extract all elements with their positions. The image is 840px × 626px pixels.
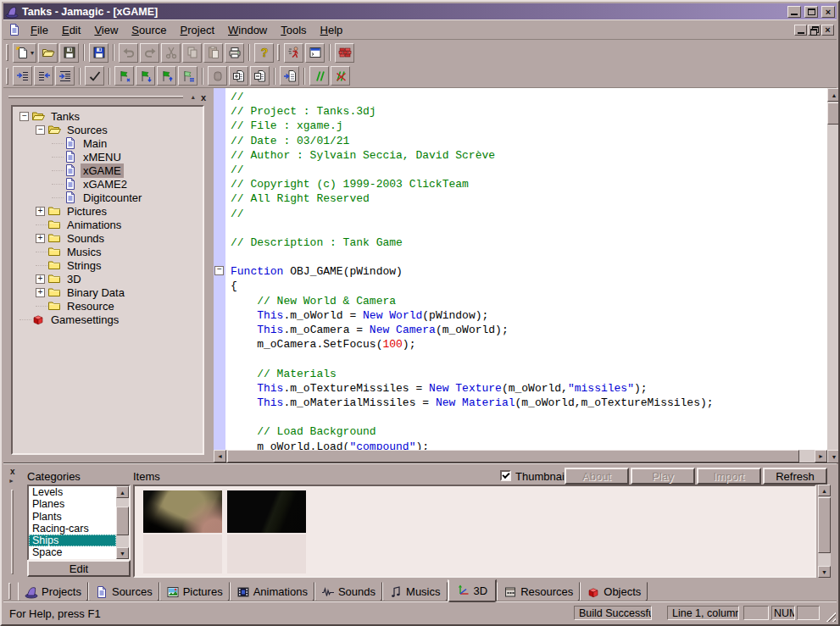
code-line[interactable]: This.m_oCamera = New Camera(m_oWorld);: [214, 323, 827, 337]
scroll-left-icon[interactable]: ◄: [214, 450, 226, 463]
code-line[interactable]: m_oWorld.Load("compound");: [214, 440, 827, 451]
tree-item-gamesettings[interactable]: Gamesettings: [13, 313, 203, 326]
build-button[interactable]: [335, 43, 354, 63]
expand-box-icon[interactable]: +: [36, 288, 45, 297]
menu-project[interactable]: Project: [174, 20, 221, 40]
menu-window[interactable]: Window: [221, 20, 274, 40]
save-all-button[interactable]: [89, 43, 108, 63]
code-line[interactable]: [214, 250, 827, 264]
code-line[interactable]: // Description : Tank Game: [214, 235, 827, 250]
menu-tools[interactable]: Tools: [274, 20, 313, 40]
tab-objects[interactable]: Objects: [580, 582, 648, 601]
item-slot-2[interactable]: [227, 535, 306, 573]
tree-item-binary-data[interactable]: +Binary Data: [13, 285, 203, 299]
scroll-right-icon[interactable]: ►: [815, 450, 827, 463]
collapse-box-icon[interactable]: −: [36, 125, 45, 135]
tree-item-digitcounter[interactable]: Digitcounter: [13, 191, 203, 204]
tab-sounds[interactable]: Sounds: [314, 582, 382, 601]
minimize-button[interactable]: [787, 6, 801, 18]
categories-scrollbar[interactable]: ▲ ▼: [116, 486, 129, 559]
console-button[interactable]: [305, 43, 325, 63]
tab-animations[interactable]: Animations: [230, 582, 314, 601]
code-line[interactable]: //: [214, 163, 827, 177]
indent-button[interactable]: [13, 66, 32, 86]
bookmark-toggle-button[interactable]: [114, 66, 134, 86]
app-hat-icon[interactable]: [5, 5, 19, 19]
menu-file[interactable]: File: [24, 20, 55, 40]
syntax-check-button[interactable]: [85, 66, 104, 86]
category-ships[interactable]: Ships: [29, 535, 116, 546]
code-line[interactable]: [214, 410, 827, 424]
collapse-box-icon[interactable]: −: [19, 112, 29, 121]
fold-collapse-icon[interactable]: −: [214, 266, 224, 275]
editor-hscroll-thumb[interactable]: [227, 450, 799, 463]
code-line[interactable]: {: [214, 279, 827, 293]
category-levels[interactable]: Levels: [29, 486, 116, 498]
toolbar-grip[interactable]: [6, 44, 8, 61]
code-line[interactable]: [214, 352, 827, 366]
tree-item-xgame2[interactable]: xGAME2: [13, 177, 203, 191]
redo-button[interactable]: [140, 43, 159, 63]
code-line[interactable]: // All Right Reserved: [214, 191, 827, 206]
item-slot-1[interactable]: [143, 535, 222, 573]
category-plants[interactable]: Plants: [29, 511, 116, 523]
scroll-up-icon[interactable]: ▲: [827, 88, 840, 102]
workspace-close-button[interactable]: x: [198, 93, 209, 102]
outdent-button[interactable]: [34, 66, 53, 86]
code-line[interactable]: Function OBJ_GAME(pWindow): [214, 264, 827, 279]
tree-item-main[interactable]: Main: [13, 136, 203, 150]
thumbnails-checkbox[interactable]: [500, 470, 511, 481]
panel-expand-arrow-icon[interactable]: ►: [8, 478, 14, 484]
mdi-restore-button[interactable]: [808, 25, 821, 36]
tab-pictures[interactable]: Pictures: [159, 582, 230, 601]
code-line[interactable]: // File : xgame.j: [214, 119, 827, 133]
expand-box-icon[interactable]: +: [36, 234, 45, 243]
code-line[interactable]: This.m_oTextureMissiles = New Texture(m_…: [214, 381, 827, 396]
scroll-down-icon[interactable]: ▼: [116, 547, 129, 559]
help-button[interactable]: ?: [254, 43, 274, 63]
edit-category-button[interactable]: Edit: [27, 560, 131, 577]
code-line[interactable]: //: [214, 207, 827, 221]
workspace-collapse-arrow-icon[interactable]: ▴: [188, 93, 198, 101]
dropdown-arrow-icon[interactable]: ▾: [31, 49, 34, 57]
scroll-up-icon[interactable]: ▲: [818, 485, 831, 496]
bookmark-clear-button[interactable]: [178, 66, 197, 86]
scroll-down-icon[interactable]: ▼: [818, 566, 831, 578]
tree-item-sounds[interactable]: +Sounds: [13, 231, 203, 245]
toolbar-grip[interactable]: [6, 68, 8, 85]
editor-vscroll-thumb[interactable]: [827, 102, 840, 125]
code-line[interactable]: This.m_oWorld = New World(pWindow);: [214, 308, 827, 323]
code-editor[interactable]: //// Project : Tanks.3dj// File : xgame.…: [214, 88, 827, 451]
run-button[interactable]: [284, 43, 303, 63]
menu-view[interactable]: View: [87, 20, 125, 40]
toolbar-grip[interactable]: [277, 44, 280, 61]
panel-grip[interactable]: [11, 490, 14, 574]
editor-vscrollbar[interactable]: ▲ ▼: [827, 88, 840, 463]
tree-item-strings[interactable]: Strings: [13, 258, 203, 272]
cut-button[interactable]: [161, 43, 181, 63]
tree-item-musics[interactable]: Musics: [13, 245, 203, 258]
tree-item-animations[interactable]: Animations: [13, 218, 203, 231]
code-line[interactable]: // Copyright (c) 1999-2003 ClickTeam: [214, 177, 827, 191]
items-scrollbar[interactable]: ▲ ▼: [818, 485, 831, 578]
maximize-button[interactable]: [804, 6, 818, 18]
expand-box-icon[interactable]: +: [36, 274, 45, 284]
items-scroll-thumb[interactable]: [818, 497, 831, 553]
expand-box-icon[interactable]: +: [36, 207, 45, 216]
bookmark-next-button[interactable]: [136, 66, 155, 86]
editor-hscrollbar[interactable]: ◄ ►: [214, 450, 827, 463]
scroll-down-icon[interactable]: ▼: [827, 450, 840, 463]
tab-sources[interactable]: Sources: [88, 582, 159, 601]
tree-item-pictures[interactable]: +Pictures: [13, 204, 203, 218]
code-line[interactable]: // Load Background: [214, 424, 827, 439]
code-line[interactable]: m_oCamera.SetFocus(100);: [214, 337, 827, 352]
code-line[interactable]: // Author : Sylvain Seccia, David Scrève: [214, 148, 827, 163]
expand-all-button[interactable]: [229, 66, 248, 86]
import-button[interactable]: Import: [697, 468, 761, 485]
code-line[interactable]: // Materials: [214, 367, 827, 381]
copy-button[interactable]: [182, 43, 202, 63]
tree-item-xgame[interactable]: xGAME: [13, 163, 203, 177]
print-button[interactable]: [225, 43, 244, 63]
indent-block-button[interactable]: [55, 66, 75, 86]
menu-help[interactable]: Help: [314, 20, 350, 40]
